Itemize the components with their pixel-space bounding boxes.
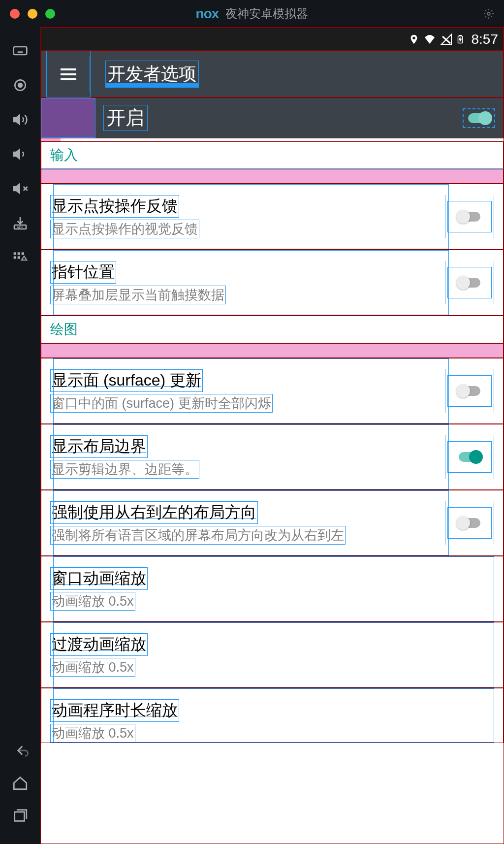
- setting-summary: 强制将所有语言区域的屏幕布局方向改为从右到左: [50, 526, 346, 545]
- volume-mute-icon[interactable]: [11, 180, 29, 197]
- volume-down-icon[interactable]: [11, 145, 29, 163]
- status-time: 8:57: [472, 32, 499, 47]
- settings-gear-icon[interactable]: [483, 8, 494, 19]
- setting-title: 显示点按操作反馈: [50, 195, 179, 218]
- hamburger-icon: [61, 68, 76, 80]
- svg-rect-12: [18, 252, 20, 255]
- setting-switch[interactable]: [445, 261, 494, 304]
- svg-rect-15: [18, 256, 20, 259]
- setting-title: 窗口动画缩放: [50, 567, 148, 590]
- install-apk-icon[interactable]: APK: [11, 214, 29, 232]
- signal-status-icon: [440, 33, 453, 45]
- volume-up-icon[interactable]: [11, 111, 29, 129]
- svg-rect-1: [14, 47, 27, 55]
- settings-content: 输入 显示点按操作反馈 显示点按操作的视觉反馈 指针位置 屏幕叠加层显示当前触摸…: [41, 138, 504, 743]
- emulated-screen: 8:57 开发者选项 开启 输入 显示点按操作反馈 显示点按操作的视觉反馈: [40, 27, 504, 844]
- setting-summary: 动画缩放 0.5x: [50, 724, 135, 743]
- setting-force-rtl[interactable]: 强制使用从右到左的布局方向 强制将所有语言区域的屏幕布局方向改为从右到左: [41, 490, 504, 556]
- battery-status-icon: [456, 32, 465, 46]
- wifi-status-icon: [422, 33, 437, 45]
- menu-button[interactable]: [46, 51, 91, 97]
- setting-summary: 屏幕叠加层显示当前触摸数据: [50, 286, 226, 304]
- setting-title: 显示布局边界: [50, 435, 148, 458]
- svg-marker-6: [14, 184, 20, 194]
- svg-point-0: [487, 12, 490, 15]
- setting-animator-duration-scale[interactable]: 动画程序时长缩放 动画缩放 0.5x: [41, 688, 504, 743]
- section-header-input: 输入: [41, 141, 504, 169]
- svg-rect-16: [15, 812, 25, 821]
- setting-transition-animation-scale[interactable]: 过渡动画缩放 动画缩放 0.5x: [41, 622, 504, 688]
- setting-title: 强制使用从右到左的布局方向: [50, 501, 258, 524]
- setting-title: 显示面 (surface) 更新: [50, 369, 203, 392]
- setting-title: 过渡动画缩放: [50, 633, 148, 656]
- svg-marker-4: [14, 115, 20, 125]
- section-header-drawing: 绘图: [41, 316, 504, 343]
- setting-show-taps[interactable]: 显示点按操作反馈 显示点按操作的视觉反馈: [41, 184, 504, 250]
- minimize-window-button[interactable]: [28, 9, 37, 19]
- master-toggle-label: 开启: [103, 105, 148, 131]
- app-toolbar: 开发者选项: [41, 51, 504, 97]
- setting-show-layout-bounds[interactable]: 显示布局边界 显示剪辑边界、边距等。: [41, 424, 504, 490]
- emulator-sidebar: APK: [0, 27, 40, 844]
- setting-summary: 显示剪辑边界、边距等。: [50, 460, 199, 479]
- svg-rect-13: [22, 252, 24, 255]
- more-tools-icon[interactable]: [11, 249, 29, 266]
- svg-point-3: [18, 83, 22, 87]
- layout-margin-overlay: [41, 343, 504, 358]
- setting-switch[interactable]: [445, 369, 494, 413]
- nox-logo: nox: [196, 6, 219, 22]
- master-toggle-switch[interactable]: [463, 108, 495, 128]
- setting-summary: 显示点按操作的视觉反馈: [50, 220, 199, 238]
- android-recents-icon[interactable]: [11, 807, 29, 824]
- location-icon[interactable]: [11, 76, 29, 94]
- page-title: 开发者选项: [105, 61, 199, 88]
- mac-titlebar: nox 夜神安卓模拟器: [0, 0, 504, 27]
- setting-switch[interactable]: [445, 435, 494, 479]
- svg-rect-14: [14, 256, 16, 259]
- setting-title: 动画程序时长缩放: [50, 699, 179, 722]
- svg-text:APK: APK: [17, 226, 24, 229]
- layout-margin-overlay: [41, 169, 504, 184]
- maximize-window-button[interactable]: [45, 9, 55, 19]
- svg-rect-11: [14, 252, 16, 255]
- keyboard-icon[interactable]: [11, 42, 29, 60]
- setting-pointer-location[interactable]: 指针位置 屏幕叠加层显示当前触摸数据: [41, 250, 504, 316]
- setting-summary: 动画缩放 0.5x: [50, 658, 135, 677]
- android-back-icon[interactable]: [11, 742, 29, 759]
- svg-marker-5: [14, 150, 20, 159]
- toggle-accent-bar: [41, 98, 95, 138]
- traffic-lights: [10, 9, 55, 19]
- setting-summary: 窗口中的面 (surface) 更新时全部闪烁: [50, 394, 273, 413]
- window-title: nox 夜神安卓模拟器: [196, 6, 309, 22]
- location-status-icon: [409, 32, 419, 46]
- android-status-bar: 8:57: [41, 28, 504, 51]
- setting-summary: 动画缩放 0.5x: [50, 592, 135, 611]
- app-name: 夜神安卓模拟器: [225, 6, 308, 22]
- android-home-icon[interactable]: [11, 774, 29, 792]
- setting-show-surface-updates[interactable]: 显示面 (surface) 更新 窗口中的面 (surface) 更新时全部闪烁: [41, 358, 504, 424]
- setting-switch[interactable]: [445, 501, 494, 545]
- close-window-button[interactable]: [10, 9, 20, 19]
- setting-title: 指针位置: [50, 261, 116, 284]
- setting-switch[interactable]: [445, 195, 494, 238]
- svg-rect-19: [459, 35, 461, 36]
- setting-window-animation-scale[interactable]: 窗口动画缩放 动画缩放 0.5x: [41, 556, 504, 622]
- master-toggle-row[interactable]: 开启: [41, 97, 504, 138]
